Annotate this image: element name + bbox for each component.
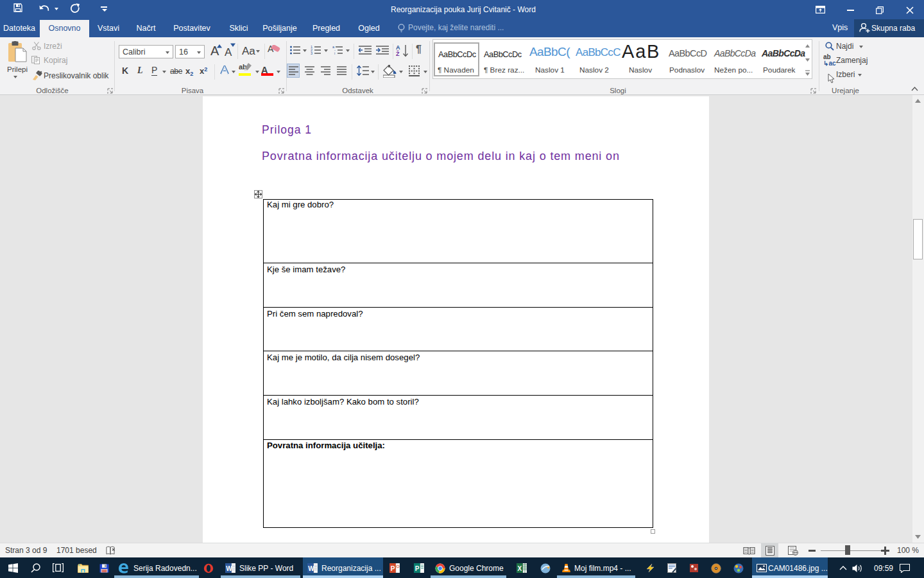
svg-text:P: P xyxy=(415,565,420,572)
svg-text:W: W xyxy=(308,565,314,572)
svg-text:X: X xyxy=(518,565,522,572)
svg-text:i: i xyxy=(334,51,335,55)
svg-text:W: W xyxy=(226,565,232,572)
svg-text:P: P xyxy=(391,565,395,572)
svg-text:3: 3 xyxy=(311,51,312,55)
